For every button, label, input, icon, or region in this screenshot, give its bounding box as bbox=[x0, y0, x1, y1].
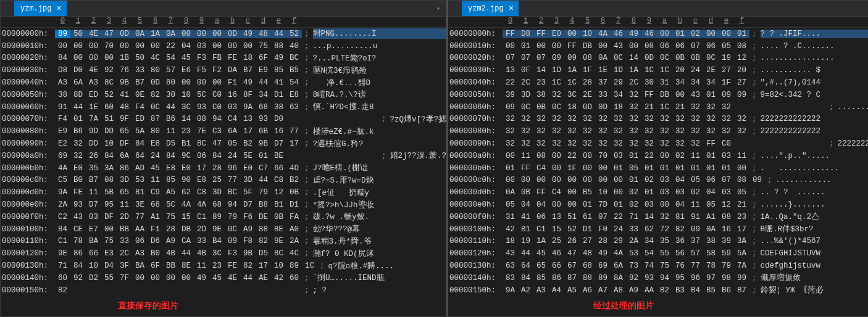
hex-byte[interactable]: 38 bbox=[55, 91, 70, 99]
hex-byte[interactable]: 00 bbox=[719, 30, 734, 38]
hex-byte[interactable]: 32 bbox=[533, 139, 549, 148]
hex-byte[interactable]: 91 bbox=[688, 213, 703, 221]
hex-row[interactable]: 00000020h:840000001B504C5445F3FBFE186F49… bbox=[1, 52, 446, 65]
ascii-view[interactable]: ................ bbox=[761, 54, 868, 62]
hex-byte[interactable]: 1A bbox=[564, 66, 580, 75]
hex-byte[interactable]: 66 bbox=[271, 164, 286, 173]
hex-byte[interactable] bbox=[302, 152, 317, 160]
hex-bytes[interactable]: 090C0B0C180D0D1832211C21323232 bbox=[503, 103, 827, 112]
hex-byte[interactable] bbox=[256, 286, 271, 295]
hex-byte[interactable]: E3 bbox=[101, 249, 117, 258]
hex-byte[interactable] bbox=[796, 103, 811, 112]
hex-byte[interactable]: C2 bbox=[55, 213, 70, 221]
hex-byte[interactable]: 14 bbox=[641, 213, 657, 221]
hex-byte[interactable]: 32 bbox=[657, 127, 672, 136]
hex-row[interactable]: 000000f0h:C24303DF2D77A17515C18979F6DE0B… bbox=[1, 211, 446, 223]
hex-byte[interactable]: 02 bbox=[626, 188, 641, 197]
ascii-view[interactable]: ......}....... bbox=[761, 200, 868, 209]
hex-byte[interactable]: 00 bbox=[132, 274, 148, 282]
ascii-view[interactable]: ............ bbox=[776, 176, 868, 184]
hex-byte[interactable]: 93 bbox=[70, 200, 86, 209]
hex-bytes[interactable]: 693226846A6424849C0684245E01BE bbox=[55, 152, 379, 160]
hex-byte[interactable]: AA bbox=[132, 225, 148, 234]
hex-byte[interactable]: 08 bbox=[194, 115, 209, 123]
hex-row[interactable]: 00000150h:9AA2A3A4A5A6A7A8A9AAB2B3B4B5B6… bbox=[448, 284, 868, 297]
hex-byte[interactable]: 82 bbox=[240, 261, 256, 270]
hex-bytes[interactable]: A36AA38C9BB70D80000000F149444154 bbox=[55, 78, 302, 87]
hex-row[interactable]: 00000070h:F4017A519FED87B6140894C41393D0… bbox=[1, 113, 446, 126]
hex-row[interactable]: 00000060h:090C0B0C180D0D1832211C21323232… bbox=[448, 101, 868, 113]
hex-byte[interactable]: A7 bbox=[595, 286, 611, 295]
hex-byte[interactable]: 32 bbox=[641, 139, 657, 148]
hex-byte[interactable]: DD bbox=[101, 127, 117, 136]
hex-byte[interactable]: 32 bbox=[703, 115, 719, 123]
close-icon[interactable]: × bbox=[509, 4, 514, 13]
hex-byte[interactable]: 27 bbox=[580, 237, 595, 245]
hex-byte[interactable]: 32 bbox=[703, 127, 719, 136]
hex-byte[interactable]: 84 bbox=[70, 261, 86, 270]
hex-byte[interactable]: 18 bbox=[611, 103, 626, 112]
hex-byte[interactable]: 00 bbox=[240, 42, 256, 51]
hex-byte[interactable]: 32 bbox=[533, 127, 549, 136]
hex-byte[interactable]: E8 bbox=[148, 139, 163, 148]
hex-byte[interactable]: 5C bbox=[163, 200, 178, 209]
hex-byte[interactable]: 4A bbox=[611, 249, 626, 258]
hex-byte[interactable]: 0A bbox=[132, 30, 148, 38]
hex-byte[interactable]: F3 bbox=[225, 249, 240, 258]
hex-byte[interactable]: D8 bbox=[55, 66, 70, 75]
hex-byte[interactable] bbox=[364, 152, 379, 160]
hex-bytes[interactable]: 9AA2A3A4A5A6A7A8A9AAB2B3B4B5B6B7 bbox=[503, 286, 749, 295]
ascii-view[interactable]: *摇?>h\JJh瑬妆 bbox=[313, 200, 447, 210]
hex-byte[interactable]: 9A bbox=[240, 103, 256, 112]
hex-byte[interactable]: 24 bbox=[611, 225, 626, 234]
hex-byte[interactable]: 37 bbox=[688, 237, 703, 245]
hex-byte[interactable]: 4A bbox=[194, 200, 209, 209]
hex-byte[interactable]: 68 bbox=[256, 103, 271, 112]
hex-byte[interactable]: B3 bbox=[672, 286, 688, 295]
hex-row[interactable]: 000000c0h:C5B0B7083D53118590E825773D44C8… bbox=[1, 175, 446, 187]
hex-byte[interactable]: 22 bbox=[503, 78, 518, 87]
hex-byte[interactable]: 9B bbox=[240, 249, 256, 258]
ascii-view[interactable]: 婄2j??溴.萧.? bbox=[390, 150, 447, 161]
hex-byte[interactable]: 01 bbox=[703, 91, 719, 99]
hex-byte[interactable]: 92 bbox=[101, 66, 117, 75]
hex-byte[interactable]: 99 bbox=[734, 274, 749, 282]
hex-byte[interactable]: 85 bbox=[271, 66, 286, 75]
hex-byte[interactable]: 35 bbox=[86, 164, 101, 173]
hex-byte[interactable]: 79 bbox=[719, 261, 734, 270]
hex-byte[interactable]: 1D bbox=[611, 66, 626, 75]
hex-byte[interactable]: 56 bbox=[672, 249, 688, 258]
hex-byte[interactable]: 16 bbox=[719, 225, 734, 234]
hex-byte[interactable]: AE bbox=[256, 274, 271, 282]
hex-byte[interactable]: 32 bbox=[672, 127, 688, 136]
hex-byte[interactable]: 84 bbox=[132, 139, 148, 148]
hex-byte[interactable] bbox=[317, 152, 333, 160]
hex-byte[interactable] bbox=[749, 103, 765, 112]
hex-byte[interactable]: 08 bbox=[719, 213, 734, 221]
hex-byte[interactable]: 3C bbox=[178, 103, 194, 112]
hex-row[interactable]: 00000050h:388DED52410E8230105CC0168F34D1… bbox=[1, 89, 446, 101]
hex-byte[interactable]: 32 bbox=[549, 127, 564, 136]
hex-byte[interactable]: 01 bbox=[256, 152, 271, 160]
hex-byte[interactable]: 3D bbox=[209, 188, 225, 197]
hex-byte[interactable]: 6A bbox=[611, 261, 626, 270]
hex-byte[interactable]: 60 bbox=[286, 274, 302, 282]
hex-byte[interactable]: F6 bbox=[240, 213, 256, 221]
hex-byte[interactable]: 8A bbox=[611, 274, 626, 282]
hex-byte[interactable]: 59 bbox=[719, 249, 734, 258]
hex-byte[interactable]: 75 bbox=[163, 213, 178, 221]
hex-byte[interactable]: B7 bbox=[132, 78, 148, 87]
hex-byte[interactable]: 00 bbox=[549, 164, 564, 173]
hex-byte[interactable]: 32 bbox=[657, 139, 672, 148]
hex-byte[interactable]: 01 bbox=[703, 164, 719, 173]
hex-byte[interactable]: 63 bbox=[286, 103, 302, 112]
hex-row[interactable]: 000000f0h:31410613516107227114328191A108… bbox=[448, 211, 868, 223]
hex-byte[interactable] bbox=[86, 286, 101, 295]
hex-byte[interactable]: 22 bbox=[564, 152, 580, 160]
hex-byte[interactable]: 3D bbox=[240, 176, 256, 184]
hex-byte[interactable]: 0C bbox=[657, 54, 672, 62]
hex-byte[interactable]: DF bbox=[117, 139, 132, 148]
hex-byte[interactable]: 41 bbox=[271, 78, 286, 87]
hex-byte[interactable]: 6B bbox=[256, 127, 271, 136]
hex-byte[interactable]: 00 bbox=[503, 152, 518, 160]
